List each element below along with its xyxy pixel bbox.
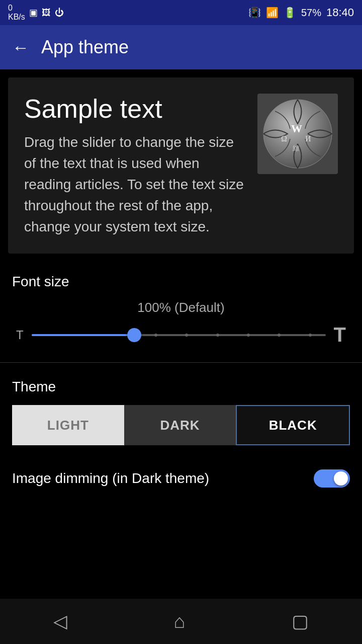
font-size-value: 100% (Default) [12, 300, 350, 315]
slider-dot [154, 334, 157, 337]
svg-text:W: W [291, 122, 302, 135]
theme-dark-button[interactable]: DARK [124, 405, 236, 445]
preview-card: Sample text Drag the slider to change th… [8, 77, 354, 254]
svg-text:И: И [305, 134, 311, 143]
nav-back-button[interactable]: ◁ [53, 611, 67, 632]
nav-recents-button[interactable]: ▢ [292, 611, 309, 632]
theme-label: Theme [12, 379, 350, 395]
font-size-slider[interactable] [32, 325, 326, 345]
theme-light-button[interactable]: LIGHT [12, 405, 124, 445]
preview-text-section: Sample text Drag the slider to change th… [24, 94, 245, 237]
status-right: 📳 📶 🔋 57% 18:40 [248, 6, 354, 19]
slider-dot [247, 334, 250, 337]
theme-black-button[interactable]: BLACK [236, 405, 350, 445]
slider-dot [278, 334, 281, 337]
slider-dot [216, 334, 219, 337]
slider-thumb[interactable] [127, 328, 141, 342]
slider-large-t: T [334, 324, 346, 346]
kb-indicator: 0KB/s [8, 4, 25, 21]
nav-home-button[interactable]: ⌂ [174, 611, 186, 632]
wikipedia-globe-image: W Ω И 維 [260, 96, 335, 172]
status-left: 0KB/s ▣ 🖼 ⏻ [8, 4, 64, 21]
font-size-label: Font size [12, 274, 350, 290]
theme-section: Theme LIGHT DARK BLACK [0, 371, 362, 457]
status-bar: 0KB/s ▣ 🖼 ⏻ 📳 📶 🔋 57% 18:40 [0, 0, 362, 25]
vibrate-icon: 📳 [248, 7, 261, 19]
font-size-section: Font size 100% (Default) T T [0, 262, 362, 354]
image-dimming-row: Image dimming (in Dark theme) [0, 457, 362, 500]
nav-bar: ◁ ⌂ ▢ [0, 599, 362, 644]
sample-title: Sample text [24, 94, 245, 124]
image-dimming-label: Image dimming (in Dark theme) [12, 470, 209, 487]
app-bar: ← App theme [0, 25, 362, 69]
audio-icon: ⏻ [55, 8, 64, 18]
theme-buttons: LIGHT DARK BLACK [12, 405, 350, 445]
svg-text:Ω: Ω [281, 134, 287, 143]
svg-text:維: 維 [292, 144, 300, 152]
wifi-icon: 📶 [266, 7, 279, 19]
slider-fill [32, 334, 135, 336]
app-bar-title: App theme [41, 37, 129, 58]
battery-icon: 🔋 [284, 7, 296, 19]
clock: 18:40 [326, 6, 354, 19]
toggle-knob [334, 471, 348, 486]
slider-small-t: T [16, 328, 24, 342]
slider-dot [309, 334, 312, 337]
image-icon: 🖼 [42, 8, 51, 18]
nav-spacer [0, 500, 362, 545]
divider [0, 362, 362, 363]
preview-image: W Ω И 維 [257, 94, 338, 174]
battery-percent: 57% [301, 7, 321, 19]
sample-description: Drag the slider to change the size of th… [24, 132, 245, 237]
font-size-slider-row: T T [12, 324, 350, 346]
image-dimming-toggle[interactable] [314, 469, 350, 488]
slider-dot [185, 334, 188, 337]
back-button[interactable]: ← [12, 38, 29, 57]
slider-track [32, 334, 326, 336]
sim-icon: ▣ [29, 7, 38, 18]
